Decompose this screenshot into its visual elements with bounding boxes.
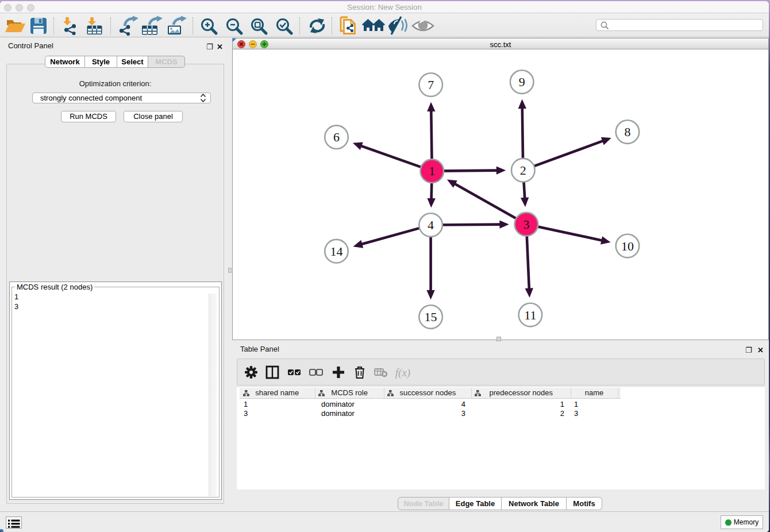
svg-text:10: 10 xyxy=(621,239,634,253)
svg-text:6: 6 xyxy=(333,130,340,144)
svg-text:3: 3 xyxy=(523,217,529,232)
svg-text:14: 14 xyxy=(330,244,343,259)
svg-text:4: 4 xyxy=(428,218,434,232)
svg-text:2: 2 xyxy=(520,163,526,178)
svg-text:7: 7 xyxy=(428,78,434,92)
svg-text:8: 8 xyxy=(625,125,631,139)
svg-text:11: 11 xyxy=(524,308,536,322)
svg-text:f(x): f(x) xyxy=(395,367,410,379)
svg-text:1: 1 xyxy=(429,164,435,178)
svg-text:9: 9 xyxy=(519,75,525,89)
svg-text:15: 15 xyxy=(425,310,437,324)
